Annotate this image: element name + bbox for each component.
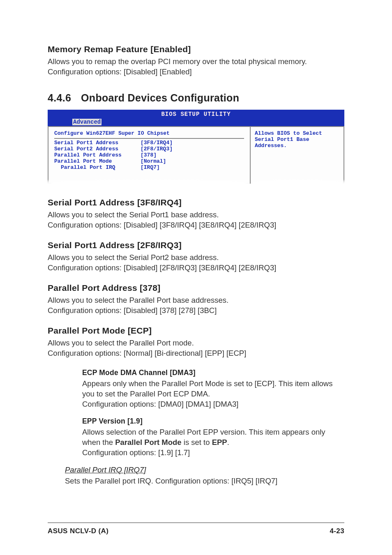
bios-header: BIOS SETUP UTILITY Advanced <box>48 110 344 126</box>
bios-setting-row: Parallel Port IRQ[IRQ7] <box>54 164 244 170</box>
heading-ppirq: Parallel Port IRQ [IRQ7] <box>48 465 344 474</box>
bios-help-text: Allows BIOS to Select Serial Port1 Base … <box>255 130 339 149</box>
heading-sp1-2f8: Serial Port1 Address [2F8/IRQ3] <box>48 240 344 250</box>
bios-setting-value: [378] <box>141 152 157 158</box>
bios-setting-row: Serial Port1 Address[3F8/IRQ4] <box>54 140 244 146</box>
heading-epp: EPP Version [1.9] <box>82 417 344 426</box>
bios-setting-value: [IRQ7] <box>141 164 160 170</box>
bios-setting-row: Parallel Port Address[378] <box>54 152 244 158</box>
heading-sp1-3f8: Serial Port1 Address [3F8/IRQ4] <box>48 198 344 207</box>
bios-config-title: Configure Win627EHF Super IO Chipset <box>54 130 244 136</box>
text-sp1-3f8-l2: Configuration options: [Disabled] [3F8/I… <box>48 220 344 230</box>
text-sp1-2f8-l1: Allows you to select the Serial Port2 ba… <box>48 253 344 263</box>
bios-setting-label: Serial Port1 Address <box>54 140 141 146</box>
bios-setting-label: Serial Port2 Address <box>54 146 141 152</box>
bios-settings-box: Serial Port1 Address[3F8/IRQ4]Serial Por… <box>54 138 244 170</box>
heading-memory-remap: Memory Remap Feature [Enabled] <box>48 44 344 54</box>
bios-screenshot: BIOS SETUP UTILITY Advanced Configure Wi… <box>48 110 344 184</box>
footer-page-number: 4-23 <box>330 527 344 535</box>
text-ppm-l2: Configuration options: [Normal] [Bi-dire… <box>48 348 344 359</box>
text-ppa-l2: Configuration options: [Disabled] [378] … <box>48 306 344 316</box>
bios-tab-advanced: Advanced <box>72 119 101 125</box>
bios-setting-value: [Normal] <box>141 158 166 164</box>
bios-setting-label: Parallel Port Address <box>54 152 141 158</box>
bios-left-panel: Configure Win627EHF Super IO Chipset Ser… <box>48 126 250 184</box>
heading-ecp: ECP Mode DMA Channel [DMA3] <box>82 368 344 377</box>
text-epp-l2: Configuration options: [1.9] [1.7] <box>82 448 344 458</box>
bios-setting-row: Serial Port2 Address[2F8/IRQ3] <box>54 146 244 152</box>
bios-setting-row: Parallel Port Mode[Normal] <box>54 158 244 164</box>
bios-help-panel: Allows BIOS to Select Serial Port1 Base … <box>250 126 344 184</box>
bios-setting-value: [3F8/IRQ4] <box>141 140 173 146</box>
page-footer: ASUS NCLV-D (A) 4-23 <box>48 523 344 535</box>
heading-ppm: Parallel Port Mode [ECP] <box>48 326 344 336</box>
heading-446-title: Onboard Devices Configuration <box>81 92 239 104</box>
text-ppirq: Sets the Parallel port IRQ. Configuratio… <box>48 476 344 486</box>
footer-product: ASUS NCLV-D (A) <box>48 527 108 535</box>
bios-setting-label: Parallel Port Mode <box>54 158 141 164</box>
text-memory-remap: Allows you to remap the overlap PCI memo… <box>48 57 344 77</box>
text-ppm-l1: Allows you to select the Parallel Port m… <box>48 338 344 348</box>
heading-ppa: Parallel Port Address [378] <box>48 283 344 293</box>
bios-setting-value: [2F8/IRQ3] <box>141 146 173 152</box>
heading-446: 4.4.6Onboard Devices Configuration <box>48 92 344 104</box>
text-ecp-l1: Appears only when the Parallel Port Mode… <box>82 379 344 399</box>
bios-setting-label: Parallel Port IRQ <box>54 164 141 170</box>
text-sp1-2f8-l2: Configuration options: [Disabled] [2F8/I… <box>48 263 344 273</box>
text-ecp-l2: Configuration options: [DMA0] [DMA1] [DM… <box>82 399 344 410</box>
text-sp1-3f8-l1: Allows you to select the Serial Port1 ba… <box>48 210 344 220</box>
text-epp-l1: Allows selection of the Parallel Port EP… <box>82 427 344 448</box>
text-ppa-l1: Allows you to select the Parallel Port b… <box>48 295 344 306</box>
heading-446-num: 4.4.6 <box>48 92 71 104</box>
bios-header-title: BIOS SETUP UTILITY <box>161 111 231 117</box>
